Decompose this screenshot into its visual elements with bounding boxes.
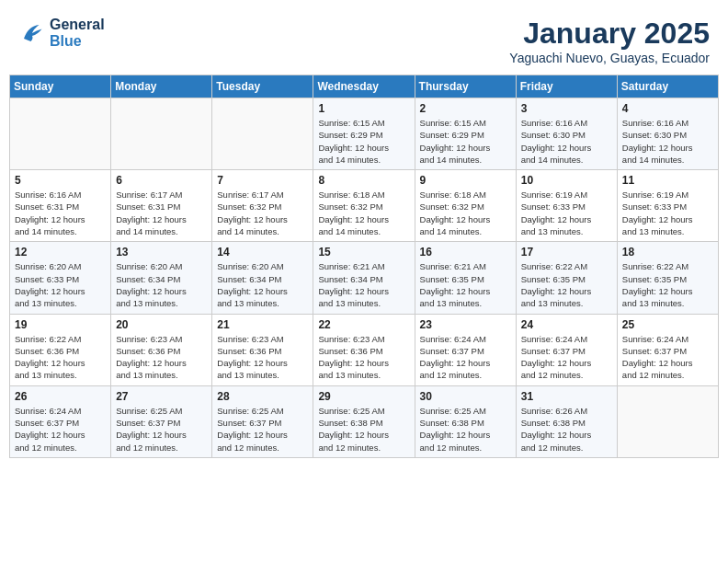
day-number: 20 xyxy=(116,318,207,331)
calendar-cell: 19Sunrise: 6:22 AMSunset: 6:36 PMDayligh… xyxy=(10,314,111,385)
day-info: Sunrise: 6:23 AMSunset: 6:36 PMDaylight:… xyxy=(217,333,308,382)
weekday-header-sunday: Sunday xyxy=(10,75,111,98)
day-info: Sunrise: 6:18 AMSunset: 6:32 PMDaylight:… xyxy=(318,189,409,237)
day-info: Sunrise: 6:16 AMSunset: 6:30 PMDaylight:… xyxy=(622,117,713,166)
day-number: 30 xyxy=(420,390,511,403)
weekday-header-wednesday: Wednesday xyxy=(313,75,415,98)
weekday-header-thursday: Thursday xyxy=(415,75,516,98)
calendar-cell: 6Sunrise: 6:17 AMSunset: 6:31 PMDaylight… xyxy=(111,170,212,242)
day-info: Sunrise: 6:15 AMSunset: 6:29 PMDaylight:… xyxy=(420,117,511,166)
calendar-cell xyxy=(212,98,313,170)
calendar-cell: 17Sunrise: 6:22 AMSunset: 6:35 PMDayligh… xyxy=(516,242,617,314)
weekday-header-monday: Monday xyxy=(111,75,212,98)
day-number: 18 xyxy=(622,246,713,259)
calendar-cell: 4Sunrise: 6:16 AMSunset: 6:30 PMDaylight… xyxy=(617,98,718,170)
calendar-cell: 23Sunrise: 6:24 AMSunset: 6:37 PMDayligh… xyxy=(415,314,516,385)
day-info: Sunrise: 6:25 AMSunset: 6:38 PMDaylight:… xyxy=(318,405,409,454)
calendar-table: SundayMondayTuesdayWednesdayThursdayFrid… xyxy=(9,75,719,458)
month-title: January 2025 xyxy=(509,17,710,51)
calendar-cell xyxy=(617,385,718,457)
day-number: 12 xyxy=(15,246,106,259)
day-info: Sunrise: 6:22 AMSunset: 6:36 PMDaylight:… xyxy=(15,333,106,382)
calendar-week-4: 19Sunrise: 6:22 AMSunset: 6:36 PMDayligh… xyxy=(10,314,719,385)
day-info: Sunrise: 6:21 AMSunset: 6:35 PMDaylight:… xyxy=(420,260,511,309)
day-number: 7 xyxy=(217,174,308,187)
calendar-week-3: 12Sunrise: 6:20 AMSunset: 6:33 PMDayligh… xyxy=(10,242,719,314)
day-number: 26 xyxy=(15,390,106,403)
calendar-cell: 14Sunrise: 6:20 AMSunset: 6:34 PMDayligh… xyxy=(212,242,313,314)
day-info: Sunrise: 6:18 AMSunset: 6:32 PMDaylight:… xyxy=(420,189,511,237)
day-info: Sunrise: 6:20 AMSunset: 6:33 PMDaylight:… xyxy=(15,260,106,309)
calendar-cell: 20Sunrise: 6:23 AMSunset: 6:36 PMDayligh… xyxy=(111,314,212,385)
day-number: 31 xyxy=(521,390,612,403)
calendar-cell: 29Sunrise: 6:25 AMSunset: 6:38 PMDayligh… xyxy=(313,385,415,457)
day-number: 10 xyxy=(521,174,612,187)
day-number: 5 xyxy=(15,174,106,187)
day-number: 24 xyxy=(521,318,612,331)
calendar-cell: 11Sunrise: 6:19 AMSunset: 6:33 PMDayligh… xyxy=(617,170,718,242)
day-number: 17 xyxy=(521,246,612,259)
calendar-cell: 13Sunrise: 6:20 AMSunset: 6:34 PMDayligh… xyxy=(111,242,212,314)
day-number: 21 xyxy=(217,318,308,331)
calendar-cell: 15Sunrise: 6:21 AMSunset: 6:34 PMDayligh… xyxy=(313,242,415,314)
day-info: Sunrise: 6:17 AMSunset: 6:31 PMDaylight:… xyxy=(116,189,207,237)
calendar-cell: 3Sunrise: 6:16 AMSunset: 6:30 PMDaylight… xyxy=(516,98,617,170)
day-info: Sunrise: 6:25 AMSunset: 6:38 PMDaylight:… xyxy=(420,405,511,454)
day-number: 11 xyxy=(622,174,713,187)
calendar-cell: 28Sunrise: 6:25 AMSunset: 6:37 PMDayligh… xyxy=(212,385,313,457)
day-info: Sunrise: 6:19 AMSunset: 6:33 PMDaylight:… xyxy=(622,189,713,237)
calendar-cell: 5Sunrise: 6:16 AMSunset: 6:31 PMDaylight… xyxy=(10,170,111,242)
calendar-cell: 31Sunrise: 6:26 AMSunset: 6:38 PMDayligh… xyxy=(516,385,617,457)
day-number: 2 xyxy=(420,102,511,115)
calendar-cell xyxy=(111,98,212,170)
calendar-cell: 26Sunrise: 6:24 AMSunset: 6:37 PMDayligh… xyxy=(10,385,111,457)
calendar-cell: 30Sunrise: 6:25 AMSunset: 6:38 PMDayligh… xyxy=(415,385,516,457)
calendar-cell: 8Sunrise: 6:18 AMSunset: 6:32 PMDaylight… xyxy=(313,170,415,242)
day-number: 6 xyxy=(116,174,207,187)
day-number: 14 xyxy=(217,246,308,259)
weekday-header-friday: Friday xyxy=(516,75,617,98)
calendar-cell: 27Sunrise: 6:25 AMSunset: 6:37 PMDayligh… xyxy=(111,385,212,457)
calendar-header: SundayMondayTuesdayWednesdayThursdayFrid… xyxy=(10,75,719,98)
day-info: Sunrise: 6:24 AMSunset: 6:37 PMDaylight:… xyxy=(420,333,511,382)
day-number: 13 xyxy=(116,246,207,259)
title-area: January 2025 Yaguachi Nuevo, Guayas, Ecu… xyxy=(509,17,710,65)
calendar-week-5: 26Sunrise: 6:24 AMSunset: 6:37 PMDayligh… xyxy=(10,385,719,457)
day-info: Sunrise: 6:23 AMSunset: 6:36 PMDaylight:… xyxy=(116,333,207,382)
logo-icon xyxy=(18,19,46,47)
calendar-cell: 9Sunrise: 6:18 AMSunset: 6:32 PMDaylight… xyxy=(415,170,516,242)
calendar-cell: 2Sunrise: 6:15 AMSunset: 6:29 PMDaylight… xyxy=(415,98,516,170)
day-number: 19 xyxy=(15,318,106,331)
day-info: Sunrise: 6:22 AMSunset: 6:35 PMDaylight:… xyxy=(521,260,612,309)
day-info: Sunrise: 6:15 AMSunset: 6:29 PMDaylight:… xyxy=(318,117,409,166)
calendar-week-1: 1Sunrise: 6:15 AMSunset: 6:29 PMDaylight… xyxy=(10,98,719,170)
calendar-cell: 16Sunrise: 6:21 AMSunset: 6:35 PMDayligh… xyxy=(415,242,516,314)
day-number: 1 xyxy=(318,102,409,115)
weekday-row: SundayMondayTuesdayWednesdayThursdayFrid… xyxy=(10,75,719,98)
weekday-header-saturday: Saturday xyxy=(617,75,718,98)
day-number: 4 xyxy=(622,102,713,115)
calendar-cell: 1Sunrise: 6:15 AMSunset: 6:29 PMDaylight… xyxy=(313,98,415,170)
day-info: Sunrise: 6:20 AMSunset: 6:34 PMDaylight:… xyxy=(116,260,207,309)
calendar-cell xyxy=(10,98,111,170)
day-info: Sunrise: 6:19 AMSunset: 6:33 PMDaylight:… xyxy=(521,189,612,237)
page-header: General Blue January 2025 Yaguachi Nuevo… xyxy=(9,9,719,69)
day-number: 22 xyxy=(318,318,409,331)
day-number: 28 xyxy=(217,390,308,403)
day-info: Sunrise: 6:24 AMSunset: 6:37 PMDaylight:… xyxy=(15,405,106,454)
day-info: Sunrise: 6:24 AMSunset: 6:37 PMDaylight:… xyxy=(521,333,612,382)
day-info: Sunrise: 6:26 AMSunset: 6:38 PMDaylight:… xyxy=(521,405,612,454)
day-info: Sunrise: 6:20 AMSunset: 6:34 PMDaylight:… xyxy=(217,260,308,309)
day-info: Sunrise: 6:24 AMSunset: 6:37 PMDaylight:… xyxy=(622,333,713,382)
logo-text-general: General xyxy=(50,17,105,33)
day-info: Sunrise: 6:16 AMSunset: 6:30 PMDaylight:… xyxy=(521,117,612,166)
calendar-cell: 25Sunrise: 6:24 AMSunset: 6:37 PMDayligh… xyxy=(617,314,718,385)
calendar-body: 1Sunrise: 6:15 AMSunset: 6:29 PMDaylight… xyxy=(10,98,719,458)
day-number: 3 xyxy=(521,102,612,115)
day-info: Sunrise: 6:23 AMSunset: 6:36 PMDaylight:… xyxy=(318,333,409,382)
day-number: 23 xyxy=(420,318,511,331)
calendar-cell: 21Sunrise: 6:23 AMSunset: 6:36 PMDayligh… xyxy=(212,314,313,385)
day-number: 27 xyxy=(116,390,207,403)
calendar-cell: 7Sunrise: 6:17 AMSunset: 6:32 PMDaylight… xyxy=(212,170,313,242)
day-number: 9 xyxy=(420,174,511,187)
